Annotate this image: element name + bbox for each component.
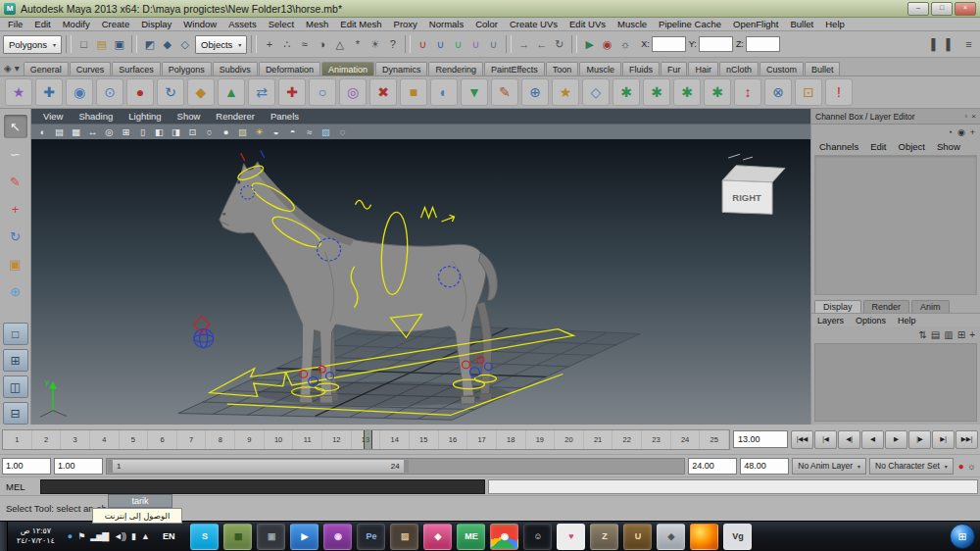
layer-editor-tab[interactable]: Render	[863, 300, 910, 313]
shelf-tab[interactable]: Surfaces	[112, 62, 161, 75]
shelf-anim-icon-23[interactable]: ✱	[673, 78, 701, 106]
channel-box-menu-item[interactable]: Show	[931, 141, 966, 152]
menu-item[interactable]: Help	[819, 19, 851, 29]
toggle-attribute-editor-icon[interactable]: ▐	[923, 35, 940, 53]
command-line-label[interactable]: MEL	[2, 481, 37, 492]
snap-point-icon[interactable]: ∪	[450, 35, 466, 53]
frame-tick[interactable]: 23	[642, 430, 671, 449]
command-line-input[interactable]	[40, 479, 485, 494]
taskbar-purple-app[interactable]: ◉	[323, 524, 352, 550]
frame-tick[interactable]: 8	[206, 430, 235, 449]
taskbar-heart-app[interactable]: ♥	[557, 524, 585, 550]
channel-box-header[interactable]: Channel Box / Layer Editor ▫×	[811, 109, 980, 125]
play-forward-button[interactable]: ▶	[885, 430, 907, 449]
vp-image-plane-icon[interactable]: ▦	[69, 125, 83, 139]
lasso-tool[interactable]: ∽	[4, 142, 27, 166]
menu-item[interactable]: Modify	[57, 19, 96, 29]
shelf-anim-icon-11[interactable]: ○	[309, 78, 336, 106]
shelf-tab[interactable]: Muscle	[579, 62, 621, 75]
animation-start-field[interactable]: 1.00	[2, 458, 51, 475]
shelf-tab[interactable]: Dynamics	[375, 62, 428, 75]
select-hierarchy-icon[interactable]: ◩	[141, 35, 158, 53]
current-frame-field[interactable]: 13.00	[733, 430, 788, 448]
auto-keyframe-button[interactable]: ●	[958, 461, 964, 472]
ipr-render-icon[interactable]: ◉	[599, 35, 615, 53]
select-object-icon[interactable]: ◆	[159, 35, 175, 53]
menu-item[interactable]: Window	[177, 19, 222, 29]
menu-set-dropdown[interactable]: Polygons ▾	[3, 35, 62, 54]
range-slider-track[interactable]: 1 24	[106, 458, 685, 475]
vp-shadows-icon[interactable]: ◒	[269, 125, 283, 139]
current-time-marker[interactable]	[364, 430, 372, 449]
shelf-anim-icon-22[interactable]: ✱	[643, 78, 670, 106]
shelf-anim-icon-18[interactable]: ⊕	[521, 78, 549, 106]
close-button[interactable]: ×	[955, 2, 976, 16]
taskbar-pink-app[interactable]: ◆	[423, 524, 452, 550]
channel-box-menu-item[interactable]: Channels	[813, 141, 864, 152]
y-coordinate-field[interactable]	[699, 36, 733, 52]
menu-item[interactable]: Muscle	[612, 19, 653, 29]
construction-history-icon[interactable]: ↻	[551, 35, 567, 53]
volume-icon[interactable]: ◄))	[114, 531, 125, 541]
action-center-icon[interactable]: ⚑	[77, 531, 84, 541]
frame-tick[interactable]: 1	[3, 430, 32, 449]
shelf-anim-icon-9[interactable]: ⇄	[248, 78, 275, 106]
layout-two-pane-stacked-button[interactable]: ⊟	[3, 402, 28, 425]
frame-tick[interactable]: 11	[293, 430, 322, 449]
frame-tick[interactable]: 21	[584, 430, 613, 449]
layer-editor-menu-item[interactable]: Layers	[811, 316, 850, 326]
taskbar-media-player[interactable]: ▶	[290, 524, 318, 550]
go-to-start-button[interactable]: |◀◀	[791, 430, 813, 449]
taskbar-dark-app[interactable]: ▣	[257, 524, 285, 550]
layer-options-icon[interactable]: ▥	[944, 329, 953, 340]
shelf-tab[interactable]: Subdivs	[213, 62, 258, 75]
menu-item[interactable]: Proxy	[388, 19, 423, 29]
frame-tick[interactable]: 2	[32, 430, 62, 449]
shelf-tab[interactable]: General	[24, 62, 69, 75]
layer-visibility-icon[interactable]: ▤	[931, 329, 940, 340]
toggle-channel-box-icon[interactable]: ≡	[960, 35, 977, 53]
vp-lights-icon[interactable]: ☀	[252, 125, 267, 139]
shelf-anim-icon-6[interactable]: ↻	[157, 78, 184, 106]
frame-tick[interactable]: 7	[177, 430, 207, 449]
vp-wireframe-icon[interactable]: ○	[202, 125, 217, 139]
menu-item[interactable]: Color	[469, 19, 504, 29]
mask-handles-icon[interactable]: +	[261, 35, 277, 53]
menu-item[interactable]: Assets	[222, 19, 263, 29]
save-scene-icon[interactable]: ▣	[111, 35, 127, 53]
shelf-anim-icon-7[interactable]: ◆	[187, 78, 215, 106]
channel-box-menu-item[interactable]: Object	[893, 141, 931, 152]
shelf-anim-icon-28[interactable]: !	[825, 78, 853, 106]
menu-item[interactable]: Pipeline Cache	[653, 19, 727, 29]
selection-mask-dropdown[interactable]: Objects ▾	[195, 35, 247, 54]
shelf-anim-icon-16[interactable]: ▼	[461, 78, 488, 106]
vp-motion-blur-icon[interactable]: ≈	[302, 125, 317, 139]
taskbar-firefox[interactable]	[690, 524, 718, 550]
frame-tick[interactable]: 16	[439, 430, 468, 449]
frame-tick[interactable]: 18	[497, 430, 526, 449]
shelf-tab[interactable]: Bullet	[805, 62, 841, 75]
render-current-frame-icon[interactable]: ▶	[581, 35, 598, 53]
go-to-end-button[interactable]: ▶▶|	[956, 430, 978, 449]
frame-tick[interactable]: 3	[61, 430, 90, 449]
layout-two-pane-side-button[interactable]: ◫	[3, 376, 28, 398]
channel-slider-speed-icon[interactable]: ◔	[947, 127, 952, 137]
step-back-frame-button[interactable]: |◀	[814, 430, 837, 449]
frame-tick[interactable]: 6	[148, 430, 177, 449]
panel-menu-item[interactable]: Renderer	[208, 111, 263, 122]
shelf-tab-selector-icon[interactable]: ▾	[15, 63, 20, 74]
menu-item[interactable]: Create	[96, 19, 136, 29]
shelf-anim-icon-14[interactable]: ■	[400, 78, 427, 106]
channel-manip-icon[interactable]: +	[970, 127, 975, 137]
layer-edit-icon[interactable]: ⇅	[918, 329, 926, 340]
cb-close-icon[interactable]: ×	[971, 112, 976, 121]
menu-item[interactable]: Bullet	[784, 19, 819, 29]
taskbar-me-app[interactable]: ME	[457, 524, 485, 550]
frame-tick[interactable]: 12	[322, 430, 352, 449]
snap-curve-icon[interactable]: ∪	[432, 35, 449, 53]
shelf-tab[interactable]: Animation	[321, 62, 374, 75]
shelf-anim-icon-4[interactable]: ⊙	[96, 78, 123, 106]
shelf-anim-icon-21[interactable]: ✱	[612, 78, 640, 106]
shelf-anim-icon-17[interactable]: ✎	[491, 78, 518, 106]
shelf-tab[interactable]: Rendering	[428, 62, 483, 75]
